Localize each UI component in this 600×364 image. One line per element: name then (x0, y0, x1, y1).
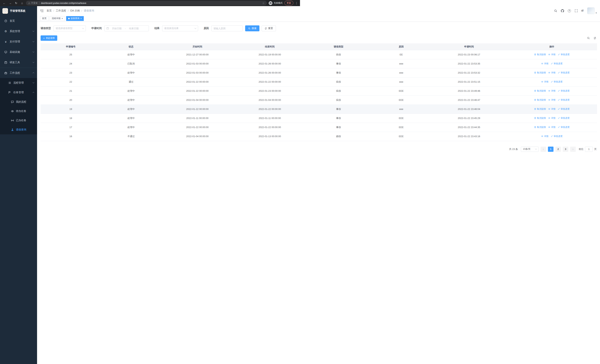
cell-start: 2021-12-27 00:00:00 (161, 50, 234, 59)
chevron-down-icon (33, 51, 35, 52)
browser-chrome: ← → ↻ ⌂ ⚠ 不安全 dashboard.yudao.iocoder.cn… (0, 0, 300, 6)
cell-status: 处理中 (101, 123, 161, 132)
cell-id: 21 (41, 86, 101, 95)
cell-id: 25 (41, 50, 101, 59)
tab-home[interactable]: 首页 (40, 16, 48, 21)
cell-end: 2022-01-22 00:00:00 (234, 104, 300, 114)
chevron-down-icon (33, 30, 35, 32)
cell-end: 2022-01-19 00:00:00 (234, 50, 300, 59)
result-select[interactable]: 请选择流结果 (162, 25, 198, 31)
tab-label: 首页 (42, 17, 47, 20)
cell-id: 16 (41, 132, 101, 141)
tab-label: 请假查询 (71, 17, 79, 20)
reason-input[interactable] (211, 25, 243, 31)
table-row: 20处理中2022-01-04 00:00:002022-01-04 00:00… (41, 95, 300, 104)
bookmark-star-icon[interactable]: ☆ (262, 2, 265, 5)
browser-home-icon[interactable]: ⌂ (20, 1, 24, 5)
cell-start: 2022-01-03 00:00:00 (161, 68, 234, 77)
breadcrumb-home[interactable]: 首页 (47, 9, 52, 12)
chevron-up-icon (33, 72, 35, 74)
leave-type-select[interactable]: 请选择请假类型 (54, 25, 86, 31)
cell-start: 2022-01-04 00:00:00 (161, 95, 234, 104)
table-row: 25处理中2021-12-27 00:00:002022-01-19 00:00… (41, 50, 300, 59)
list-icon (8, 81, 11, 84)
table-row: 23处理中2022-01-03 00:00:002022-01-26 00:00… (41, 68, 300, 77)
sidebar-item-my-process[interactable]: 我的流程 (0, 97, 37, 107)
omnibox-divider (39, 2, 39, 4)
search-button[interactable]: 搜索 (245, 25, 259, 31)
sidebar-item-todo-tasks[interactable]: 待办任务 (0, 107, 37, 116)
close-icon[interactable]: × (62, 17, 63, 20)
table-row: 18处理中2022-01-11 00:00:002022-01-11 00:00… (41, 114, 300, 123)
pagination: 共 23 条 10条/页 ‹ 1 2 3 › 前往 页 (41, 147, 300, 152)
sidebar-item-label: 工作流程 (10, 71, 20, 75)
app-logo[interactable]: 芋道管理系统 (0, 6, 37, 16)
sidebar-item-task-mgmt[interactable]: 任务管理 (0, 88, 37, 97)
breadcrumb-separator: / (81, 9, 82, 12)
close-icon[interactable]: × (80, 17, 82, 20)
collapse-sidebar-icon[interactable] (40, 9, 44, 12)
start-date-input[interactable] (109, 27, 124, 30)
browser-forward-icon[interactable]: → (8, 1, 12, 5)
tab-process-detail[interactable]: 流程详情 × (50, 16, 65, 21)
chevron-down-icon (33, 40, 35, 42)
cell-id: 23 (41, 68, 101, 77)
sidebar-item-done-tasks[interactable]: 已办任务 (0, 116, 37, 125)
search-icon (248, 27, 251, 30)
gear-icon: ⚙ (4, 30, 7, 33)
yen-icon: ¥ (4, 40, 7, 43)
sidebar-item-system[interactable]: ⚙ 系统管理 (0, 26, 37, 37)
create-leave-label: 发起请假 (46, 37, 55, 40)
url-text[interactable]: dashboard.yudao.iocoder.cn/bpm/oa/leave (41, 2, 86, 4)
cell-id: 19 (41, 104, 101, 114)
cell-start: 2022-01-22 00:00:00 (161, 86, 234, 95)
col-status: 状态 (101, 43, 161, 50)
date-range-picker[interactable]: - (104, 25, 149, 31)
cell-status: 通过 (101, 77, 161, 86)
cell-end: 2022-01-26 00:00:00 (234, 68, 300, 77)
cell-status: 处理中 (101, 104, 161, 114)
incognito-label: 无痕模式 (274, 1, 282, 5)
cell-id: 22 (41, 77, 101, 86)
table-row: 24已取消2022-01-03 00:00:002022-01-26 00:00… (41, 59, 300, 68)
chevron-down-icon (82, 27, 84, 29)
chevron-up-icon (33, 92, 35, 93)
chevron-down-icon (33, 81, 35, 83)
breadcrumb-oa-example[interactable]: OA 示例 (70, 9, 80, 12)
sidebar-item-label: 基础设施 (10, 50, 20, 54)
reset-button[interactable]: 重置 (262, 25, 276, 31)
eye-icon (11, 110, 14, 113)
table-header-row: 申请编号 状态 开始时间 结束时间 请假类型 原因 申请时间 操作 (41, 43, 300, 50)
browser-update-button[interactable]: 更新 (284, 1, 293, 5)
breadcrumb: 首页 / 工作流程 / OA 示例 / 请假查询 (47, 9, 94, 12)
tab-label: 流程详情 (52, 17, 61, 20)
sidebar-item-devtools[interactable]: 研发工具 (0, 57, 37, 68)
cell-start: 2022-01-22 00:00:00 (161, 77, 234, 86)
browser-menu-icon[interactable]: ⋮ (295, 1, 298, 5)
sidebar-item-label: 系统管理 (10, 30, 20, 33)
result-label: 结果 (154, 27, 159, 30)
incognito-icon (269, 1, 272, 5)
end-date-input[interactable] (126, 27, 141, 30)
sidebar-item-workflow[interactable]: 工作流程 (0, 68, 37, 78)
tab-leave-query[interactable]: 请假查询 × (66, 16, 84, 21)
sidebar-item-process-mgmt[interactable]: 流程管理 (0, 78, 37, 88)
address-bar[interactable]: ⚠ 不安全 dashboard.yudao.iocoder.cn/bpm/oa/… (26, 1, 267, 5)
browser-reload-icon[interactable]: ↻ (14, 1, 18, 5)
top-navbar: 首页 / 工作流程 / OA 示例 / 请假查询 (37, 6, 300, 15)
sidebar-menu: 首页 ⚙ 系统管理 ¥ 支付管理 基础设施 (0, 16, 37, 134)
security-warning[interactable]: ⚠ 不安全 (28, 1, 38, 5)
sidebar-item-home[interactable]: 首页 (0, 16, 37, 26)
browser-back-icon[interactable]: ← (2, 1, 6, 5)
breadcrumb-workflow[interactable]: 工作流程 (56, 9, 66, 12)
col-end: 结束时间 (234, 43, 300, 50)
app-title: 芋道管理系统 (10, 9, 25, 13)
calendar-icon (106, 27, 109, 30)
cell-status: 处理中 (101, 114, 161, 123)
create-leave-button[interactable]: + 发起请假 (41, 35, 57, 41)
sidebar-item-payment[interactable]: ¥ 支付管理 (0, 37, 37, 47)
cell-end: 2022-01-23 00:00:00 (234, 86, 300, 95)
sidebar-item-infra[interactable]: 基础设施 (0, 47, 37, 57)
col-id: 申请编号 (41, 43, 101, 50)
sidebar-item-leave-query[interactable]: 请假查询 (0, 125, 37, 134)
